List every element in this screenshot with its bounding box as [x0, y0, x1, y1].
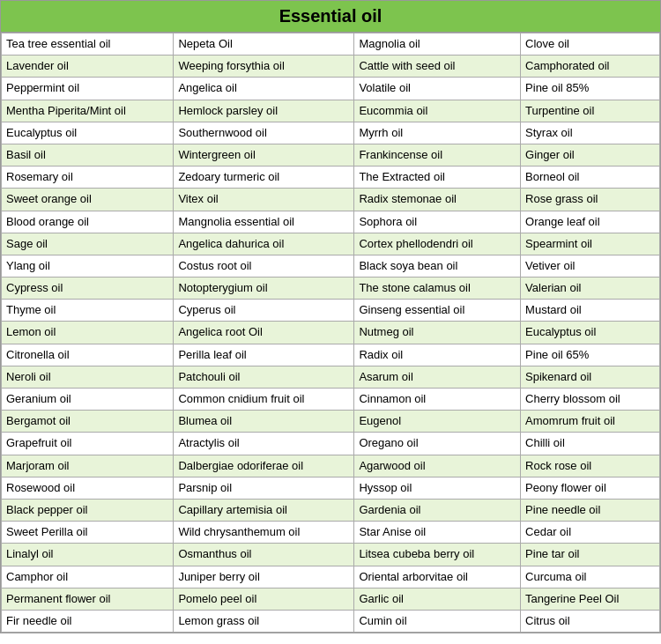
table-cell: Cypress oil [2, 278, 174, 300]
table-cell: Eucalyptus oil [2, 122, 174, 144]
table-cell: Oregano oil [354, 433, 521, 455]
table-cell: Marjoram oil [2, 455, 174, 477]
table-cell: Gardenia oil [354, 499, 521, 521]
table-cell: Black pepper oil [2, 499, 174, 521]
table-cell: Pine oil 65% [521, 344, 660, 366]
table-cell: Sweet Perilla oil [2, 522, 174, 544]
table-cell: Thyme oil [2, 300, 174, 322]
table-cell: Mentha Piperita/Mint oil [2, 100, 174, 122]
table-cell: Star Anise oil [354, 522, 521, 544]
table-cell: Radix oil [354, 344, 521, 366]
table-cell: Zedoary turmeric oil [174, 167, 354, 189]
table-cell: Styrax oil [521, 122, 660, 144]
table-cell: Radix stemonae oil [354, 189, 521, 211]
table-cell: Eucalyptus oil [521, 322, 660, 344]
table-cell: Peppermint oil [2, 78, 174, 100]
table-cell: Neroli oil [2, 366, 174, 388]
table-row: Citronella oilPerilla leaf oilRadix oilP… [2, 344, 660, 366]
table-row: Sweet orange oilVitex oilRadix stemonae … [2, 189, 660, 211]
table-cell: Orange leaf oil [521, 211, 660, 233]
table-cell: Cherry blossom oil [521, 389, 660, 411]
table-cell: Amomrum fruit oil [521, 411, 660, 433]
table-cell: Angelica oil [174, 78, 354, 100]
table-cell: Weeping forsythia oil [174, 56, 354, 78]
table-row: Sweet Perilla oilWild chrysanthemum oilS… [2, 522, 660, 544]
table-cell: Eugenol [354, 411, 521, 433]
table-cell: Turpentine oil [521, 100, 660, 122]
table-cell: Agarwood oil [354, 455, 521, 477]
table-cell: Nutmeg oil [354, 322, 521, 344]
table-row: Mentha Piperita/Mint oilHemlock parsley … [2, 100, 660, 122]
table-cell: Curcuma oil [521, 566, 660, 588]
table-cell: Lavender oil [2, 56, 174, 78]
table-cell: Valerian oil [521, 278, 660, 300]
table-row: Neroli oilPatchouli oilAsarum oilSpikena… [2, 366, 660, 388]
table-cell: Perilla leaf oil [174, 344, 354, 366]
table-cell: Costus root oil [174, 255, 354, 277]
table-cell: Garlic oil [354, 588, 521, 610]
table-cell: Nepeta Oil [174, 33, 354, 56]
table-cell: Pine needle oil [521, 499, 660, 521]
table-cell: Litsea cubeba berry oil [354, 544, 521, 566]
table-cell: Osmanthus oil [174, 544, 354, 566]
table-cell: Hemlock parsley oil [174, 100, 354, 122]
table-row: Lemon oilAngelica root OilNutmeg oilEuca… [2, 322, 660, 344]
table-cell: Bergamot oil [2, 411, 174, 433]
table-cell: The Extracted oil [354, 167, 521, 189]
table-cell: Citrus oil [521, 610, 660, 632]
table-cell: Vetiver oil [521, 255, 660, 277]
table-cell: Fir needle oil [2, 610, 174, 632]
table-cell: Ylang oil [2, 255, 174, 277]
table-cell: Parsnip oil [174, 477, 354, 499]
table-cell: Camphorated oil [521, 56, 660, 78]
table-row: Blood orange oilMangnolia essential oilS… [2, 211, 660, 233]
table-cell: Vitex oil [174, 189, 354, 211]
table-row: Linalyl oilOsmanthus oilLitsea cubeba be… [2, 544, 660, 566]
table-row: Sage oilAngelica dahurica oilCortex phel… [2, 233, 660, 255]
table-cell: Angelica root Oil [174, 322, 354, 344]
table-cell: Blood orange oil [2, 211, 174, 233]
table-cell: Southernwood oil [174, 122, 354, 144]
table-cell: Tea tree essential oil [2, 33, 174, 56]
table-cell: Dalbergiae odoriferae oil [174, 455, 354, 477]
table-row: Eucalyptus oilSouthernwood oilMyrrh oilS… [2, 122, 660, 144]
table-cell: Sophora oil [354, 211, 521, 233]
table-cell: Angelica dahurica oil [174, 233, 354, 255]
table-cell: Oriental arborvitae oil [354, 566, 521, 588]
table-cell: Blumea oil [174, 411, 354, 433]
table-cell: Cyperus oil [174, 300, 354, 322]
table-cell: Pine tar oil [521, 544, 660, 566]
table-title: Essential oil [1, 1, 660, 33]
table-row: Basil oilWintergreen oilFrankincense oil… [2, 144, 660, 166]
table-cell: Mangnolia essential oil [174, 211, 354, 233]
table-row: Fir needle oilLemon grass oilCumin oilCi… [2, 610, 660, 632]
table-cell: Volatile oil [354, 78, 521, 100]
table-cell: Cedar oil [521, 522, 660, 544]
table-row: Cypress oilNotopterygium oilThe stone ca… [2, 278, 660, 300]
table-cell: Geranium oil [2, 389, 174, 411]
table-cell: Chilli oil [521, 433, 660, 455]
table-cell: Juniper berry oil [174, 566, 354, 588]
table-cell: Wild chrysanthemum oil [174, 522, 354, 544]
table-cell: Borneol oil [521, 167, 660, 189]
table-cell: Capillary artemisia oil [174, 499, 354, 521]
table-cell: Cumin oil [354, 610, 521, 632]
table-row: Lavender oilWeeping forsythia oilCattle … [2, 56, 660, 78]
table-cell: Atractylis oil [174, 433, 354, 455]
table-cell: Hyssop oil [354, 477, 521, 499]
table-cell: Wintergreen oil [174, 144, 354, 166]
table-cell: Lemon oil [2, 322, 174, 344]
table-cell: Ginger oil [521, 144, 660, 166]
table-cell: Spikenard oil [521, 366, 660, 388]
table-row: Rosemary oilZedoary turmeric oilThe Extr… [2, 167, 660, 189]
table-cell: Sweet orange oil [2, 189, 174, 211]
table-cell: Magnolia oil [354, 33, 521, 56]
table-cell: Cortex phellodendri oil [354, 233, 521, 255]
table-row: Geranium oilCommon cnidium fruit oilCinn… [2, 389, 660, 411]
table-cell: Frankincense oil [354, 144, 521, 166]
table-cell: Rosemary oil [2, 167, 174, 189]
table-cell: Peony flower oil [521, 477, 660, 499]
table-row: Rosewood oilParsnip oilHyssop oilPeony f… [2, 477, 660, 499]
table-cell: Rose grass oil [521, 189, 660, 211]
table-row: Tea tree essential oilNepeta OilMagnolia… [2, 33, 660, 56]
